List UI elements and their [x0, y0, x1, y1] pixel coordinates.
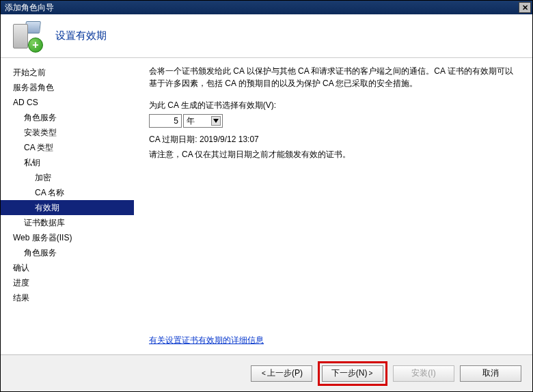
svg-marker-0: [213, 119, 219, 123]
chevron-down-icon: [211, 116, 221, 126]
plus-icon: +: [28, 38, 43, 53]
sidebar-item-label: 结果: [13, 293, 29, 303]
note-text: 请注意，CA 仅在其过期日期之前才能颁发有效的证书。: [149, 148, 519, 160]
window-title: 添加角色向导: [5, 2, 54, 14]
expiry-label: CA 过期日期:: [149, 135, 200, 144]
sidebar-item-1[interactable]: 服务器角色: [1, 80, 134, 95]
sidebar-item-label: CA 类型: [24, 143, 53, 152]
validity-input-row: 年: [149, 114, 519, 128]
sidebar-item-13[interactable]: 确认: [1, 260, 134, 275]
page-title: 设置有效期: [55, 29, 107, 42]
close-icon: ✕: [522, 3, 528, 12]
sidebar-item-label: 加密: [35, 173, 51, 182]
install-button: 安装(I): [393, 365, 454, 382]
sidebar-item-15[interactable]: 结果: [1, 290, 134, 305]
sidebar-item-label: 确认: [13, 263, 29, 272]
sidebar-item-0[interactable]: 开始之前: [1, 65, 134, 80]
sidebar-item-5[interactable]: CA 类型: [1, 140, 134, 155]
next-label: 下一步(N): [331, 367, 368, 379]
sidebar-item-12[interactable]: 角色服务: [1, 245, 134, 260]
sidebar-item-14[interactable]: 进度: [1, 275, 134, 290]
select-label: 为此 CA 生成的证书选择有效期(V):: [149, 99, 519, 111]
sidebar-item-label: 服务器角色: [13, 83, 54, 92]
help-link[interactable]: 有关设置证书有效期的详细信息: [149, 335, 264, 345]
wizard-icon: +: [10, 20, 43, 53]
duration-input[interactable]: [149, 114, 182, 128]
next-button[interactable]: 下一步(N) >: [322, 365, 383, 382]
help-link-row: 有关设置证书有效期的详细信息: [149, 335, 519, 346]
duration-unit-select[interactable]: 年: [183, 114, 223, 128]
intro-text: 会将一个证书颁发给此 CA 以保护与其他 CA 和请求证书的客户端之间的通信。C…: [149, 65, 519, 89]
footer: < 上一步(P) 下一步(N) > 安装(I) 取消: [1, 354, 532, 391]
sidebar-item-label: 私钥: [24, 158, 40, 167]
cancel-label: 取消: [482, 367, 499, 379]
sidebar-item-7[interactable]: 加密: [1, 170, 134, 185]
wizard-window: 添加角色向导 ✕ + 设置有效期 开始之前服务器角色AD CS角色服务安装类型C…: [0, 0, 533, 392]
sidebar-item-2[interactable]: AD CS: [1, 95, 134, 110]
titlebar: 添加角色向导 ✕: [1, 1, 532, 14]
sidebar-item-label: 进度: [13, 278, 29, 288]
expiry-value: 2019/9/12 13:07: [200, 135, 259, 144]
sidebar-item-3[interactable]: 角色服务: [1, 110, 134, 125]
sidebar-item-6[interactable]: 私钥: [1, 155, 134, 170]
cancel-button[interactable]: 取消: [460, 365, 521, 382]
prev-label: 上一步(P): [267, 367, 303, 379]
install-label: 安装(I): [411, 367, 435, 379]
chevron-right-icon: >: [368, 369, 372, 377]
next-button-highlight: 下一步(N) >: [318, 361, 387, 386]
expiry-row: CA 过期日期: 2019/9/12 13:07: [149, 133, 519, 145]
sidebar-item-label: AD CS: [13, 98, 38, 107]
sidebar-item-label: 角色服务: [24, 113, 57, 122]
sidebar: 开始之前服务器角色AD CS角色服务安装类型CA 类型私钥加密CA 名称有效期证…: [1, 58, 134, 354]
sidebar-item-label: 开始之前: [13, 68, 46, 77]
duration-unit-value: 年: [187, 115, 195, 127]
chevron-left-icon: <: [262, 369, 266, 377]
sidebar-item-label: Web 服务器(IIS): [13, 233, 72, 242]
header-area: + 设置有效期: [1, 14, 532, 58]
content-pane: 会将一个证书颁发给此 CA 以保护与其他 CA 和请求证书的客户端之间的通信。C…: [134, 58, 532, 354]
sidebar-item-11[interactable]: Web 服务器(IIS): [1, 230, 134, 245]
sidebar-item-label: 角色服务: [24, 248, 57, 257]
sidebar-item-label: 证书数据库: [24, 218, 65, 227]
close-button[interactable]: ✕: [519, 2, 531, 13]
prev-button[interactable]: < 上一步(P): [251, 365, 312, 382]
sidebar-item-label: 有效期: [35, 203, 59, 212]
sidebar-item-10[interactable]: 证书数据库: [1, 215, 134, 230]
sidebar-item-9[interactable]: 有效期: [1, 200, 134, 215]
sidebar-item-8[interactable]: CA 名称: [1, 185, 134, 200]
sidebar-item-label: CA 名称: [35, 188, 64, 197]
body-area: 开始之前服务器角色AD CS角色服务安装类型CA 类型私钥加密CA 名称有效期证…: [1, 58, 532, 354]
sidebar-item-4[interactable]: 安装类型: [1, 125, 134, 140]
sidebar-item-label: 安装类型: [24, 128, 57, 137]
